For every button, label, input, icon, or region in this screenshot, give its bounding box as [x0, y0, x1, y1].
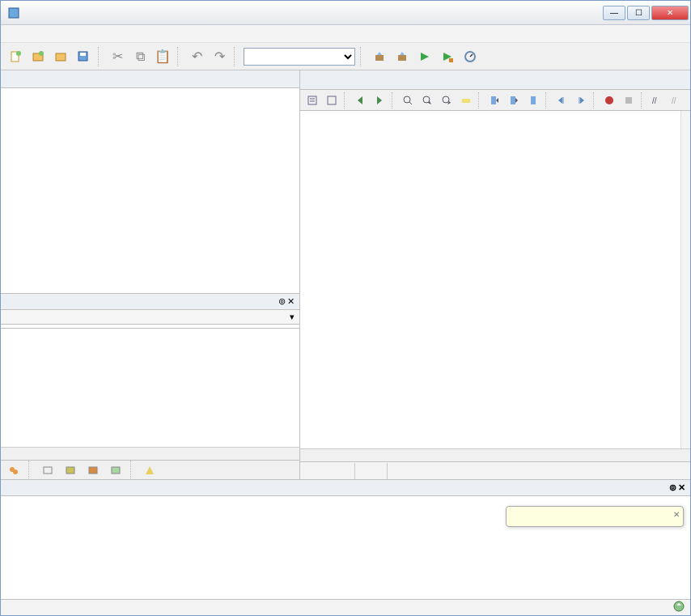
svg-rect-37	[491, 96, 496, 104]
app-icon	[7, 6, 20, 19]
maximize-button[interactable]: ☐	[627, 6, 650, 20]
svg-point-46	[605, 96, 613, 104]
minimize-button[interactable]: —	[603, 6, 625, 20]
next-bookmark-button[interactable]	[505, 91, 523, 109]
shift-left-button[interactable]	[553, 91, 570, 109]
navigator-view-select[interactable]: ▾	[1, 310, 299, 325]
svg-rect-27	[328, 96, 336, 104]
cursor-position	[300, 463, 355, 479]
nav-back-button[interactable]	[351, 91, 369, 109]
svg-rect-39	[511, 96, 515, 104]
project-tree[interactable]	[1, 88, 299, 293]
navigator-panel: ⊚ ✕ ▾	[1, 293, 299, 479]
nav-filter-2[interactable]	[38, 461, 57, 480]
balloon-close-icon[interactable]: ✕	[673, 510, 680, 519]
svg-point-18	[13, 469, 18, 474]
editor-tabs	[300, 70, 690, 90]
navigator-header: ⊚ ✕	[1, 294, 299, 310]
new-file-button[interactable]	[6, 47, 25, 66]
prev-bookmark-button[interactable]	[485, 91, 503, 109]
navigator-pin-icon[interactable]: ⊚	[278, 296, 286, 307]
output-close-icon[interactable]: ✕	[678, 482, 685, 493]
error-stripe[interactable]	[680, 111, 690, 448]
svg-point-2	[16, 51, 21, 56]
nav-filter-3[interactable]	[61, 461, 80, 480]
update-icon[interactable]	[672, 600, 685, 616]
paste-button[interactable]: 📋	[153, 47, 172, 66]
navigator-member-list[interactable]	[1, 329, 299, 447]
clean-build-button[interactable]	[392, 47, 412, 66]
svg-point-32	[423, 96, 430, 103]
svg-point-34	[443, 96, 449, 103]
find-prev-button[interactable]	[418, 91, 436, 109]
update-balloon[interactable]: ✕	[506, 506, 684, 527]
svg-marker-9	[377, 52, 382, 55]
cut-button[interactable]: ✂	[108, 47, 127, 66]
insert-mode	[355, 463, 388, 479]
nav-filter-1[interactable]	[4, 461, 23, 480]
svg-rect-19	[44, 467, 52, 474]
shift-right-button[interactable]	[572, 91, 590, 109]
debug-button[interactable]	[438, 47, 457, 66]
output-panel: ⊚ ✕ ✕	[1, 479, 690, 599]
editor-statusbar	[300, 461, 690, 479]
svg-marker-12	[421, 53, 429, 61]
build-button[interactable]	[370, 47, 389, 66]
profile-button[interactable]	[460, 47, 480, 66]
macro-stop-button[interactable]	[620, 91, 638, 109]
svg-text://: //	[652, 96, 657, 105]
nav-filter-5[interactable]	[106, 461, 125, 480]
code-text[interactable]	[300, 111, 690, 113]
nav-filter-4[interactable]	[83, 461, 103, 480]
menubar	[1, 25, 690, 43]
svg-rect-20	[66, 467, 74, 474]
svg-marker-40	[515, 98, 518, 103]
nav-filter-6[interactable]	[140, 461, 159, 480]
svg-rect-14	[449, 58, 453, 62]
source-view-button[interactable]	[303, 91, 321, 109]
main-toolbar: ✂ ⧉ 📋 ↶ ↷	[1, 43, 690, 70]
find-sel-button[interactable]	[399, 91, 417, 109]
editor-hscrollbar[interactable]	[300, 448, 690, 461]
navigator-scrollbar[interactable]	[1, 447, 299, 460]
workspace: ⊚ ✕ ▾	[1, 70, 690, 615]
code-viewport[interactable]	[300, 111, 690, 461]
undo-button[interactable]: ↶	[187, 47, 206, 66]
comment-button[interactable]: //	[648, 91, 666, 109]
svg-rect-10	[398, 55, 406, 61]
svg-line-31	[409, 102, 412, 104]
svg-marker-23	[146, 466, 154, 474]
history-view-button[interactable]	[323, 91, 341, 109]
open-project-button[interactable]	[51, 47, 70, 66]
svg-rect-24	[308, 96, 316, 104]
macro-record-button[interactable]	[600, 91, 618, 109]
editor-toolbar: // //	[300, 90, 690, 111]
svg-marker-42	[558, 97, 562, 104]
svg-marker-29	[377, 96, 382, 104]
svg-marker-44	[580, 97, 584, 104]
find-next-button[interactable]	[438, 91, 456, 109]
svg-line-16	[470, 54, 473, 57]
toggle-bookmark-button[interactable]	[524, 91, 542, 109]
svg-marker-11	[400, 52, 405, 55]
uncomment-button[interactable]: //	[668, 91, 685, 109]
svg-point-50	[674, 601, 684, 611]
new-project-button[interactable]	[28, 47, 48, 66]
close-button[interactable]: ✕	[651, 6, 689, 20]
navigator-close-icon[interactable]: ✕	[287, 296, 295, 307]
run-button[interactable]	[415, 47, 435, 66]
redo-button[interactable]: ↷	[210, 47, 229, 66]
svg-marker-28	[358, 96, 362, 104]
config-select[interactable]	[244, 48, 355, 66]
save-all-button[interactable]	[74, 47, 93, 66]
svg-text://: //	[672, 96, 676, 105]
ide-statusbar	[1, 599, 690, 615]
copy-button[interactable]: ⧉	[130, 47, 150, 66]
svg-rect-36	[462, 99, 470, 103]
nav-fwd-button[interactable]	[371, 91, 388, 109]
titlebar: — ☐ ✕	[1, 1, 690, 25]
navigator-toolbar	[1, 460, 299, 479]
main-split: ⊚ ✕ ▾	[1, 70, 690, 479]
toggle-highlight-button[interactable]	[457, 91, 475, 109]
svg-point-30	[404, 96, 410, 103]
